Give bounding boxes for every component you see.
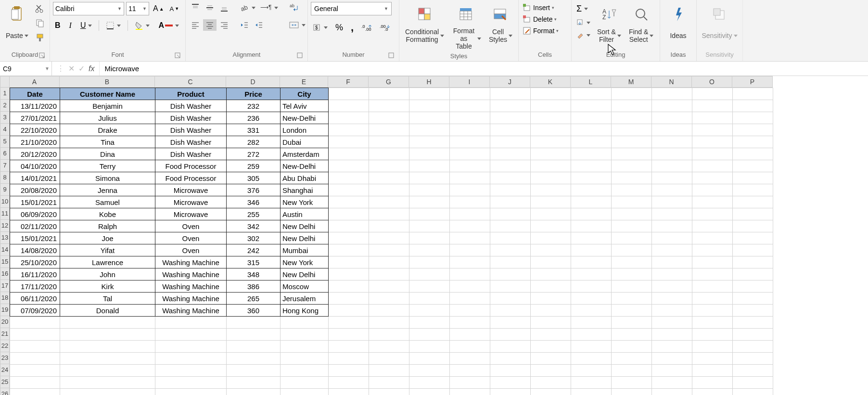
cell[interactable]	[612, 353, 652, 365]
cell[interactable]	[733, 293, 773, 305]
cell[interactable]	[490, 136, 531, 148]
cell[interactable]	[612, 317, 652, 329]
cell[interactable]	[692, 317, 733, 329]
cell[interactable]: Tina	[60, 136, 155, 148]
cell[interactable]	[571, 196, 612, 208]
cell[interactable]	[329, 220, 369, 232]
cell[interactable]	[531, 124, 571, 136]
cell[interactable]: Jerusalem	[281, 293, 329, 305]
cell[interactable]	[155, 317, 227, 329]
cell[interactable]	[329, 244, 369, 256]
cell[interactable]	[692, 268, 733, 280]
cell[interactable]: 06/09/2020	[10, 208, 60, 220]
cell[interactable]	[531, 232, 571, 244]
cell[interactable]	[612, 112, 652, 124]
cell[interactable]	[692, 160, 733, 172]
cell[interactable]	[612, 256, 652, 268]
cell[interactable]: 342	[227, 220, 281, 232]
cell[interactable]: Customer Name	[60, 88, 155, 100]
cell[interactable]: New Delhi	[281, 268, 329, 280]
cell[interactable]	[733, 305, 773, 317]
cell[interactable]	[531, 208, 571, 220]
cell[interactable]	[652, 208, 692, 220]
paste-button[interactable]: Paste	[3, 2, 31, 45]
cell[interactable]	[10, 377, 60, 389]
cell[interactable]	[329, 305, 369, 317]
cell[interactable]	[490, 377, 531, 389]
cell[interactable]: Jenna	[60, 184, 155, 196]
cell[interactable]: New-Delhi	[281, 112, 329, 124]
cell[interactable]	[409, 317, 450, 329]
row-header[interactable]: 20	[0, 316, 10, 328]
cell[interactable]: Dubai	[281, 136, 329, 148]
cell[interactable]	[571, 305, 612, 317]
ideas-button[interactable]: Ideas	[667, 2, 689, 45]
cell[interactable]: New York	[281, 196, 329, 208]
decrease-font-button[interactable]: A▼	[168, 4, 181, 13]
cell[interactable]	[692, 172, 733, 184]
cell[interactable]: 386	[227, 280, 281, 293]
cell[interactable]	[571, 220, 612, 232]
cell[interactable]	[733, 329, 773, 341]
alignment-launcher[interactable]	[297, 52, 304, 59]
cell[interactable]	[329, 124, 369, 136]
cell[interactable]	[531, 220, 571, 232]
cell[interactable]	[450, 148, 490, 160]
cell[interactable]	[652, 112, 692, 124]
cell[interactable]	[490, 389, 531, 395]
cell[interactable]	[531, 280, 571, 293]
cell[interactable]: Oven	[155, 244, 227, 256]
cell[interactable]: Simona	[60, 172, 155, 184]
cell[interactable]	[450, 244, 490, 256]
cell[interactable]	[692, 88, 733, 100]
row-header[interactable]: 21	[0, 328, 10, 340]
cell[interactable]: 20/12/2020	[10, 148, 60, 160]
cell[interactable]: 315	[227, 256, 281, 268]
cell[interactable]	[571, 148, 612, 160]
cell[interactable]	[612, 148, 652, 160]
cell[interactable]	[652, 184, 692, 196]
cell[interactable]	[571, 389, 612, 395]
row-header[interactable]: 26	[0, 388, 10, 395]
cell[interactable]	[450, 172, 490, 184]
cell[interactable]	[531, 268, 571, 280]
cell[interactable]: 15/01/2021	[10, 232, 60, 244]
cell[interactable]	[612, 88, 652, 100]
cell[interactable]	[490, 317, 531, 329]
cell[interactable]: Washing Machine	[155, 280, 227, 293]
cell[interactable]	[531, 196, 571, 208]
cell[interactable]	[531, 353, 571, 365]
cell[interactable]	[531, 256, 571, 268]
accounting-format-button[interactable]: $	[311, 22, 330, 33]
cell[interactable]	[450, 293, 490, 305]
cell[interactable]: London	[281, 124, 329, 136]
cell[interactable]	[329, 365, 369, 377]
cell[interactable]	[490, 232, 531, 244]
cell[interactable]	[409, 305, 450, 317]
cell[interactable]	[612, 232, 652, 244]
cell[interactable]	[155, 389, 227, 395]
cell[interactable]	[10, 389, 60, 395]
cell[interactable]: Tel Aviv	[281, 100, 329, 112]
cell[interactable]	[60, 365, 155, 377]
cell[interactable]	[490, 341, 531, 353]
cell[interactable]	[369, 377, 409, 389]
cell[interactable]	[612, 377, 652, 389]
cell[interactable]	[490, 353, 531, 365]
clear-button[interactable]	[574, 30, 592, 40]
cell[interactable]: 04/10/2020	[10, 160, 60, 172]
cell[interactable]	[652, 353, 692, 365]
cell[interactable]	[409, 244, 450, 256]
cell[interactable]	[369, 244, 409, 256]
cell[interactable]	[329, 148, 369, 160]
cell[interactable]	[409, 148, 450, 160]
cell[interactable]	[692, 184, 733, 196]
cell[interactable]	[531, 329, 571, 341]
cell[interactable]	[531, 136, 571, 148]
column-header-C[interactable]: C	[155, 76, 226, 88]
cell[interactable]	[571, 353, 612, 365]
cell[interactable]	[571, 124, 612, 136]
cell[interactable]	[409, 88, 450, 100]
cell[interactable]	[531, 377, 571, 389]
cell[interactable]	[571, 365, 612, 377]
